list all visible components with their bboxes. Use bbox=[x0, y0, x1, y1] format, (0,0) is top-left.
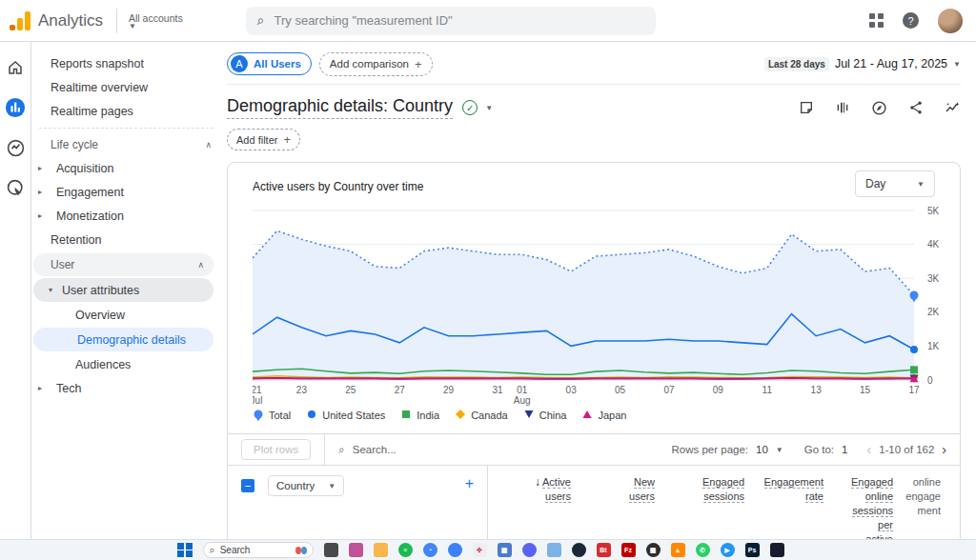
divider bbox=[324, 434, 325, 466]
google-apps-icon[interactable] bbox=[869, 13, 884, 28]
task-view-icon[interactable] bbox=[324, 543, 338, 557]
expand-arrow-icon: ▸ bbox=[38, 188, 42, 196]
sidebar-divider bbox=[39, 128, 214, 129]
windows-taskbar: ⌕ Search ≡◔✣▦BtFz▦▲✆▶Ps bbox=[0, 539, 976, 560]
sidebar-item-label: Realtime overview bbox=[51, 81, 148, 94]
calculator-icon[interactable]: ▦ bbox=[498, 543, 512, 557]
y-axis-tick: 0 bbox=[927, 375, 933, 386]
chrome-icon[interactable]: ◔ bbox=[423, 543, 437, 557]
dimension-select[interactable]: Country ▼ bbox=[268, 475, 344, 496]
legend-item-united-states[interactable]: United States bbox=[306, 409, 385, 421]
add-filter-button[interactable]: Add filter + bbox=[227, 129, 300, 150]
comparison-icon[interactable] bbox=[835, 100, 850, 115]
paint3d-icon[interactable] bbox=[448, 543, 462, 557]
x-axis-tick: 15 bbox=[860, 385, 871, 395]
account-switcher[interactable]: All accounts ▼ bbox=[129, 12, 183, 30]
legend-item-japan[interactable]: Japan bbox=[581, 409, 626, 421]
sidebar-item-realtime-pages[interactable]: Realtime pages bbox=[31, 99, 221, 123]
sidebar-item-user[interactable]: User∧ bbox=[33, 253, 214, 276]
spotify-icon[interactable]: ≡ bbox=[398, 543, 413, 557]
home-icon[interactable] bbox=[5, 57, 26, 78]
sidebar-item-demographic-details[interactable]: Demographic details bbox=[33, 328, 214, 351]
goto-value[interactable]: 1 bbox=[842, 444, 847, 455]
select-all-checkbox[interactable]: − bbox=[241, 479, 254, 492]
slack-icon[interactable]: ✣ bbox=[473, 543, 487, 557]
table-search-placeholder: Search... bbox=[353, 444, 396, 455]
granularity-select[interactable]: Day ▼ bbox=[855, 170, 935, 197]
legend-item-canada[interactable]: Canada bbox=[455, 409, 508, 421]
page-title[interactable]: Demographic details: Country bbox=[227, 96, 453, 119]
sidebar-item-user-attributes[interactable]: ▾User attributes bbox=[33, 278, 214, 302]
file-explorer-icon[interactable] bbox=[374, 543, 388, 557]
sidebar-item-label: Retention bbox=[51, 233, 102, 247]
whatsapp-icon[interactable]: ✆ bbox=[696, 543, 710, 557]
x-axis-tick: 25 bbox=[345, 385, 356, 395]
chevron-up-icon: ∧ bbox=[197, 260, 204, 270]
product-name: Analytics bbox=[38, 11, 103, 30]
explore-report-icon[interactable] bbox=[871, 100, 887, 116]
taskbar-search-input[interactable]: ⌕ Search bbox=[203, 542, 314, 558]
plot-rows-button[interactable]: Plot rows bbox=[241, 439, 311, 460]
photoshop-icon[interactable]: Ps bbox=[745, 543, 760, 557]
y-axis-tick: 4K bbox=[927, 239, 940, 250]
all-users-chip[interactable]: A All Users bbox=[227, 52, 312, 75]
legend-item-china[interactable]: China bbox=[523, 409, 567, 421]
sidebar-item-reports-snapshot[interactable]: Reports snapshot bbox=[31, 51, 221, 75]
x-axis-tick: 17 bbox=[908, 385, 920, 395]
x-axis-tick-month: Jul bbox=[253, 395, 262, 406]
sidebar-item-realtime-overview[interactable]: Realtime overview bbox=[31, 75, 221, 99]
sidebar-item-monetization[interactable]: ▸Monetization bbox=[31, 204, 221, 228]
chevron-down-icon: ▼ bbox=[917, 180, 925, 189]
sidebar-item-life-cycle[interactable]: Life cycle∧ bbox=[31, 133, 221, 156]
add-column-button[interactable]: + bbox=[465, 475, 474, 492]
x-axis-tick: 05 bbox=[615, 385, 626, 395]
sidebar-item-label: Audiences bbox=[75, 358, 131, 371]
vlc-icon[interactable]: ▲ bbox=[671, 543, 685, 557]
photos-icon[interactable] bbox=[547, 543, 561, 557]
main-content: A All Users Add comparison + Last 28 day… bbox=[221, 42, 976, 560]
table-controls: Plot rows ⌕ Search... Rows per page: 10 … bbox=[228, 433, 960, 465]
reports-icon[interactable] bbox=[5, 97, 26, 118]
date-range-picker[interactable]: Last 28 days Jul 21 - Aug 17, 2025 ▼ bbox=[764, 57, 961, 71]
media-player-icon[interactable]: ▶ bbox=[721, 543, 735, 557]
bittorrent-icon[interactable]: Bt bbox=[597, 543, 611, 557]
table-search-input[interactable]: ⌕ Search... bbox=[338, 444, 396, 456]
rows-per-page-value[interactable]: 10 bbox=[756, 444, 768, 455]
next-page-icon[interactable]: › bbox=[942, 442, 946, 457]
search-input[interactable]: ⌕ Try searching "measurement ID" bbox=[246, 7, 656, 35]
sidebar-item-engagement[interactable]: ▸Engagement bbox=[31, 180, 221, 204]
chevron-down-icon[interactable]: ▼ bbox=[485, 104, 493, 112]
avatar[interactable] bbox=[938, 9, 963, 33]
windows-start-icon[interactable] bbox=[177, 543, 193, 558]
chevron-down-icon: ▼ bbox=[328, 482, 336, 490]
sidebar-item-acquisition[interactable]: ▸Acquisition bbox=[31, 156, 221, 180]
chevron-down-icon: ▼ bbox=[953, 60, 961, 69]
filezilla-icon[interactable]: Fz bbox=[621, 543, 636, 557]
help-icon[interactable]: ? bbox=[903, 12, 919, 29]
anvil-icon[interactable] bbox=[770, 543, 784, 557]
legend-label: India bbox=[417, 410, 439, 421]
sidebar-item-tech[interactable]: ▸Tech bbox=[31, 376, 221, 400]
total-area-fill bbox=[253, 230, 914, 380]
series-end-marker-india bbox=[910, 366, 918, 373]
legend-item-total[interactable]: Total bbox=[253, 409, 291, 421]
sidebar-item-retention[interactable]: Retention bbox=[31, 228, 221, 251]
discord-icon[interactable] bbox=[522, 543, 537, 557]
advertising-icon[interactable] bbox=[5, 177, 26, 198]
insights-icon[interactable] bbox=[945, 100, 961, 116]
prev-page-icon[interactable]: ‹ bbox=[866, 442, 871, 457]
designer-icon[interactable] bbox=[349, 543, 363, 557]
legend-item-india[interactable]: India bbox=[400, 409, 439, 421]
chevron-down-icon[interactable]: ▼ bbox=[776, 446, 783, 454]
x-axis-tick-month: Aug bbox=[514, 395, 531, 406]
sidebar-section-label: User bbox=[51, 258, 74, 271]
keyboard-icon[interactable]: ▦ bbox=[646, 543, 661, 557]
notes-icon[interactable] bbox=[799, 100, 814, 115]
sidebar-item-audiences[interactable]: Audiences bbox=[31, 352, 221, 376]
nav-rail bbox=[0, 42, 31, 560]
steam-icon[interactable] bbox=[572, 543, 586, 557]
explore-icon[interactable] bbox=[5, 137, 26, 158]
add-comparison-button[interactable]: Add comparison + bbox=[319, 52, 433, 76]
sidebar-item-overview[interactable]: Overview bbox=[31, 303, 221, 327]
share-icon[interactable] bbox=[908, 100, 924, 115]
